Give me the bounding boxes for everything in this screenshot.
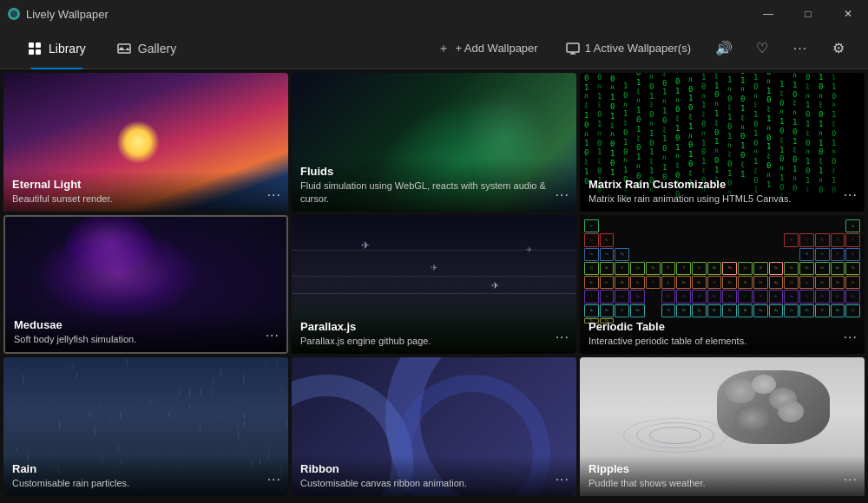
ripple-3 <box>623 418 727 453</box>
library-icon <box>28 42 42 56</box>
card-info-rain: Rain Customisable rain particles. <box>3 455 288 496</box>
wallpaper-card-eternal-light[interactable]: Eternal Light Beautiful sunset render. ·… <box>3 73 288 212</box>
card-title-medusae: Medusae <box>14 318 278 331</box>
svg-rect-7 <box>567 43 579 52</box>
card-info-periodic: Periodic Table Interactive periodic tabl… <box>580 313 865 354</box>
wallpaper-card-parallax[interactable]: ✈ ✈ ✈ ✈ Parallax.js Parallax.js engine g… <box>292 215 576 354</box>
library-label: Library <box>49 42 86 56</box>
card-info-ribbon: Ribbon Customisable canvas ribbon animat… <box>292 455 576 496</box>
card-desc-ripples: Puddle that shows weather. <box>589 477 856 489</box>
card-title-matrix: Matrix Rain Customizable <box>589 178 856 191</box>
svg-rect-5 <box>36 49 41 55</box>
wallpaper-card-matrix[interactable]: 101ﾊﾐ10ﾊ10ﾐ10 0ﾊ1ﾐ01ﾊ01ﾐ010 ﾐ10ﾊ101ﾐﾊ010… <box>580 73 865 212</box>
matrix-col-1: 101ﾊﾐ10ﾊ10ﾐ10 <box>584 73 589 186</box>
card-desc-rain: Customisable rain particles. <box>12 477 279 489</box>
title-bar: Lively Wallpaper — □ ✕ <box>0 0 868 28</box>
heart-icon: ♡ <box>756 40 768 56</box>
add-wallpaper-button[interactable]: ＋ + Add Wallpaper <box>427 36 548 62</box>
settings-button[interactable]: ⚙ <box>823 33 854 64</box>
volume-icon: 🔊 <box>715 40 733 56</box>
card-title-fluids: Fluids <box>300 165 568 178</box>
card-menu-medusae[interactable]: ··· <box>266 328 279 343</box>
maximize-button[interactable]: □ <box>788 0 828 28</box>
tab-gallery[interactable]: Gallery <box>103 36 190 61</box>
card-desc-matrix: Matrix like rain animation using HTML5 C… <box>589 193 856 205</box>
card-title-rain: Rain <box>12 462 279 475</box>
nav-bar: Library Gallery ＋ + Add Wallpaper 1 Acti… <box>0 28 868 69</box>
card-menu-ribbon[interactable]: ··· <box>556 472 569 487</box>
ship-4: ✈ <box>526 245 533 254</box>
add-icon: ＋ <box>437 41 450 56</box>
card-menu-fluids[interactable]: ··· <box>556 187 569 203</box>
tab-library[interactable]: Library <box>14 36 100 61</box>
matrix-col-3: ﾐ10ﾊ101ﾐﾊ0101 <box>610 73 615 177</box>
wire-3 <box>292 293 576 294</box>
jelly-glow <box>40 231 196 317</box>
card-title-eternal: Eternal Light <box>12 178 279 191</box>
card-title-ribbon: Ribbon <box>300 462 568 475</box>
card-info-fluids: Fluids Fluid simulation using WebGL, rea… <box>292 158 576 212</box>
close-button[interactable]: ✕ <box>828 0 868 28</box>
svg-rect-3 <box>36 42 41 48</box>
matrix-col-7: 1ﾐ01ﾊ10ﾐ10ﾊ10 <box>662 73 667 181</box>
title-bar-controls: — □ ✕ <box>748 0 868 28</box>
sun-effect <box>116 121 160 164</box>
active-wallpaper-label: 1 Active Wallpaper(s) <box>585 42 691 55</box>
gallery-icon <box>117 42 131 56</box>
card-title-parallax: Parallax.js <box>300 320 568 333</box>
wallpaper-card-ripples[interactable]: Ripples Puddle that shows weather. ··· <box>580 357 865 496</box>
card-menu-parallax[interactable]: ··· <box>556 330 569 345</box>
card-title-periodic: Periodic Table <box>589 320 856 333</box>
wallpaper-card-medusae[interactable]: Medusae Soft body jellyfish simulation. … <box>3 215 288 354</box>
card-menu-eternal[interactable]: ··· <box>267 187 281 203</box>
card-menu-ripples[interactable]: ··· <box>844 472 858 487</box>
gallery-label: Gallery <box>138 42 176 56</box>
card-desc-eternal: Beautiful sunset render. <box>12 193 279 205</box>
svg-rect-2 <box>29 42 34 48</box>
matrix-col-11: 0ﾐ10ﾊ1ﾐ01ﾊ01ﾐ <box>714 73 719 184</box>
app-title: Lively Wallpaper <box>26 8 108 21</box>
stone-5 <box>778 401 804 422</box>
ship-2: ✈ <box>431 263 437 272</box>
nav-left: Library Gallery <box>14 36 190 61</box>
minimize-button[interactable]: — <box>748 0 788 28</box>
card-desc-ribbon: Customisable canvas ribbon animation. <box>300 477 568 489</box>
ship-3: ✈ <box>491 280 499 291</box>
card-desc-medusae: Soft body jellyfish simulation. <box>14 333 278 345</box>
add-wallpaper-label: + Add Wallpaper <box>455 42 537 55</box>
nav-right: ＋ + Add Wallpaper 1 Active Wallpaper(s) … <box>427 33 854 64</box>
wallpaper-card-rain[interactable]: Rain Customisable rain particles. ··· <box>3 357 288 496</box>
card-info-ripples: Ripples Puddle that shows weather. <box>580 455 865 496</box>
card-info-eternal: Eternal Light Beautiful sunset render. <box>3 171 288 212</box>
stone-4 <box>734 405 769 431</box>
card-info-matrix: Matrix Rain Customizable Matrix like rai… <box>580 171 865 212</box>
ship-1: ✈ <box>361 239 370 252</box>
more-button[interactable]: ··· <box>785 33 816 64</box>
wallpaper-card-fluids[interactable]: Fluids Fluid simulation using WebGL, rea… <box>292 73 576 212</box>
active-wallpaper-button[interactable]: 1 Active Wallpaper(s) <box>556 36 701 61</box>
card-desc-fluids: Fluid simulation using WebGL, reacts wit… <box>300 180 568 205</box>
wire-2 <box>292 276 576 277</box>
app-icon <box>7 7 21 21</box>
volume-button[interactable]: 🔊 <box>708 33 740 64</box>
card-desc-parallax: Parallax.js engine github page. <box>300 335 568 347</box>
stones-cluster <box>717 370 830 444</box>
favorites-button[interactable]: ♡ <box>746 33 778 64</box>
card-menu-matrix[interactable]: ··· <box>844 187 858 203</box>
wallpaper-grid: Eternal Light Beautiful sunset render. ·… <box>0 69 868 503</box>
periodic-grid: HHeLiBeBCNOFNeNaMgAlSiPSClArKCaScTiVCrMn… <box>584 219 860 323</box>
settings-icon: ⚙ <box>832 40 845 56</box>
card-title-ripples: Ripples <box>589 462 856 475</box>
wallpaper-card-ribbon[interactable]: Ribbon Customisable canvas ribbon animat… <box>292 357 576 496</box>
svg-rect-4 <box>29 49 34 55</box>
card-menu-rain[interactable]: ··· <box>267 472 281 487</box>
card-info-parallax: Parallax.js Parallax.js engine github pa… <box>292 313 576 354</box>
svg-point-1 <box>10 10 17 17</box>
wallpaper-card-periodic[interactable]: HHeLiBeBCNOFNeNaMgAlSiPSClArKCaScTiVCrMn… <box>580 215 865 354</box>
monitor-icon <box>566 42 580 56</box>
card-info-medusae: Medusae Soft body jellyfish simulation. <box>5 311 286 352</box>
title-bar-left: Lively Wallpaper <box>7 7 108 21</box>
card-desc-periodic: Interactive periodic table of elements. <box>589 335 856 347</box>
card-menu-periodic[interactable]: ··· <box>844 330 858 345</box>
wire-1 <box>292 250 576 251</box>
